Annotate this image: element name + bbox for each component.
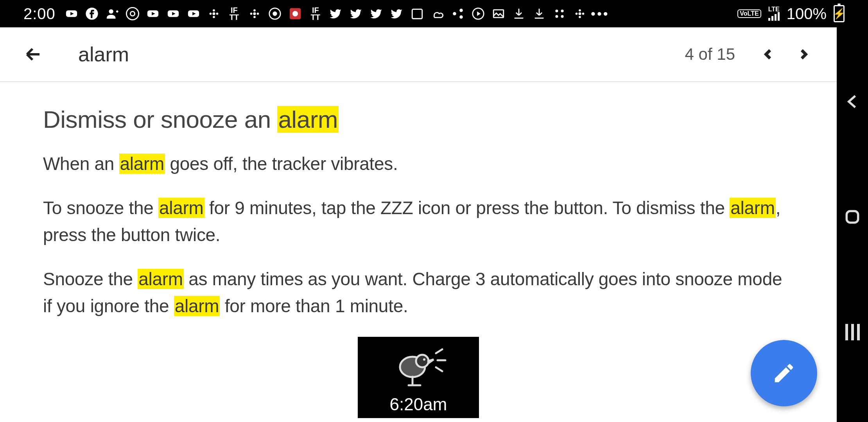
- svg-point-19: [253, 12, 256, 15]
- svg-point-23: [273, 11, 277, 16]
- svg-point-37: [579, 9, 581, 12]
- search-highlight: alarm: [730, 198, 776, 218]
- share-icon: [451, 7, 464, 20]
- svg-point-18: [253, 9, 256, 12]
- youtube-icon: [167, 7, 180, 20]
- article-paragraph: When an alarm goes off, the tracker vibr…: [43, 150, 794, 177]
- search-highlight: alarm: [277, 106, 339, 133]
- article-paragraph: Snooze the alarm as many times as you wa…: [43, 266, 794, 320]
- search-highlight: alarm: [119, 154, 165, 174]
- network-label: LTE: [768, 7, 780, 12]
- search-highlight: alarm: [138, 269, 184, 289]
- svg-point-20: [253, 16, 256, 18]
- article-heading: Dismiss or snooze an alarm: [43, 106, 794, 133]
- twitter-icon: [329, 7, 343, 20]
- network-indicator: LTE: [768, 7, 780, 21]
- battery-percentage: 100%: [787, 5, 827, 23]
- fitbit-icon: [573, 7, 586, 20]
- svg-point-35: [561, 15, 563, 18]
- svg-point-42: [416, 355, 429, 367]
- svg-point-5: [130, 11, 135, 16]
- search-highlight: alarm: [158, 198, 204, 218]
- svg-point-13: [213, 9, 215, 12]
- next-result-button[interactable]: [790, 41, 817, 68]
- pinterest-icon: [126, 7, 139, 20]
- calendar-icon: [411, 7, 424, 20]
- svg-point-32: [555, 9, 558, 12]
- ifttt-icon: IFTT: [309, 7, 322, 20]
- status-bar: 2:00 IFTT IFTT: [0, 0, 868, 27]
- nav-back-button[interactable]: [841, 90, 864, 113]
- status-time: 2:00: [23, 5, 56, 23]
- svg-point-33: [561, 9, 563, 12]
- person-add-icon: [106, 7, 119, 20]
- nav-recents-button[interactable]: [841, 320, 864, 344]
- pencil-icon: [772, 361, 796, 385]
- search-header: alarm 4 of 15: [0, 27, 837, 82]
- music-icon: [472, 7, 485, 20]
- svg-point-29: [459, 15, 463, 19]
- system-navigation-bar: [837, 27, 868, 422]
- twitter-icon: [390, 7, 404, 20]
- app-content: alarm 4 of 15 Dismiss or snooze an alarm…: [0, 27, 837, 422]
- svg-point-14: [212, 12, 215, 15]
- download-icon: [512, 7, 525, 20]
- search-input[interactable]: alarm: [78, 43, 685, 66]
- edit-fab[interactable]: [751, 340, 817, 406]
- facebook-icon: [85, 7, 99, 20]
- svg-point-27: [453, 12, 456, 16]
- heading-text: Dismiss or snooze an: [43, 106, 277, 133]
- weather-icon: [431, 7, 444, 20]
- chevron-left-icon: [844, 93, 861, 110]
- svg-point-16: [216, 13, 219, 15]
- search-highlight: alarm: [174, 296, 220, 316]
- svg-point-15: [213, 16, 215, 18]
- ifttt-icon: IFTT: [228, 7, 241, 20]
- chevron-right-icon: [796, 47, 811, 61]
- chevron-left-icon: [761, 47, 775, 61]
- youtube-icon: [65, 7, 78, 20]
- article-body[interactable]: Dismiss or snooze an alarm When an alarm…: [0, 82, 837, 418]
- download-icon: [533, 7, 546, 20]
- svg-point-21: [257, 13, 259, 15]
- device-alarm-time: 6:20am: [390, 395, 447, 414]
- youtube-icon: [146, 7, 160, 20]
- svg-point-28: [459, 9, 463, 12]
- flower-icon: [289, 7, 302, 20]
- home-outline-icon: [844, 208, 861, 225]
- status-notification-icons: IFTT IFTT •••: [65, 7, 731, 20]
- signal-bars-icon: [768, 12, 780, 21]
- image-icon: [492, 7, 505, 20]
- bird-alarm-icon: [385, 345, 452, 392]
- apps-icon: [553, 7, 566, 20]
- svg-point-12: [210, 13, 212, 15]
- twitter-icon: [370, 7, 383, 20]
- search-result-counter: 4 of 15: [685, 45, 735, 64]
- article-paragraph: To snooze the alarm for 9 minutes, tap t…: [43, 195, 794, 249]
- svg-rect-44: [846, 211, 858, 222]
- more-icon: •••: [594, 7, 607, 20]
- svg-point-36: [576, 13, 578, 15]
- svg-point-4: [126, 7, 138, 20]
- fitbit-icon: [248, 7, 261, 20]
- svg-point-38: [578, 12, 581, 15]
- arrow-left-icon: [24, 45, 43, 64]
- recents-icon: [845, 324, 860, 340]
- back-button[interactable]: [20, 41, 47, 68]
- chrome-icon: [268, 7, 282, 20]
- svg-point-39: [579, 16, 581, 18]
- svg-point-17: [250, 13, 253, 15]
- battery-icon: ⚡: [834, 5, 845, 22]
- svg-point-43: [423, 358, 425, 361]
- status-right: VoLTE LTE 100% ⚡: [730, 5, 845, 23]
- previous-result-button[interactable]: [755, 41, 782, 68]
- nav-home-button[interactable]: [841, 205, 864, 229]
- svg-point-3: [109, 9, 113, 14]
- svg-point-25: [292, 11, 298, 16]
- svg-point-34: [555, 15, 558, 18]
- youtube-icon: [187, 7, 200, 20]
- twitter-icon: [350, 7, 363, 20]
- device-illustration: 6:20am: [358, 337, 479, 418]
- svg-rect-26: [412, 9, 422, 19]
- volte-indicator: VoLTE: [737, 9, 761, 18]
